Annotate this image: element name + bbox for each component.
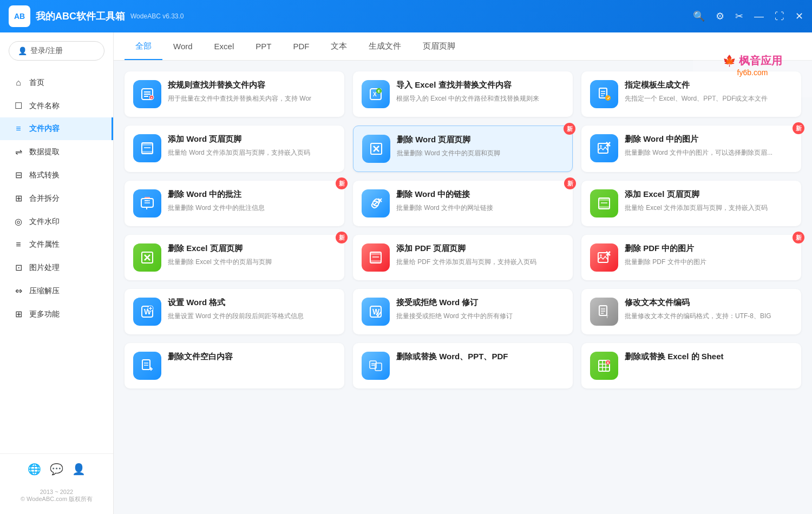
tab-text[interactable]: 文本 [320, 34, 358, 60]
card-modify-text-encoding[interactable]: T 修改文本文件编码 批量修改文本文件的编码格式，支持：UTF-8、BIG [581, 289, 801, 334]
card-desc: 批量删除 Word 文件中的批注信息 [168, 203, 336, 213]
card-delete-excel-header[interactable]: 删除 Excel 页眉页脚 批量删除 Excel 文件中的页眉与页脚 新 [125, 235, 344, 280]
search-icon[interactable]: 🔍 [693, 10, 705, 22]
sidebar-item-watermark-label: 文件水印 [29, 217, 60, 227]
card-body: 接受或拒绝 Word 修订 批量接受或拒绝 Word 文件中的所有修订 [396, 298, 564, 321]
card-title: 接受或拒绝 Word 修订 [396, 298, 564, 308]
tab-word[interactable]: Word [162, 34, 204, 60]
home-icon: ⌂ [13, 78, 24, 88]
card-body: 指定模板生成文件 先指定一个 Excel、Word、PPT、PDF或文本文件 [625, 80, 793, 103]
sidebar-item-filename-label: 文件名称 [29, 101, 60, 111]
sidebar-item-more[interactable]: ⊞ 更多功能 [0, 302, 113, 326]
settings-icon[interactable]: ⚙ [716, 10, 724, 22]
card-body: 删除 Word 中的批注 批量删除 Word 文件中的批注信息 [168, 189, 336, 213]
compress-icon: ⇔ [13, 286, 24, 296]
card-title: 删除 PDF 中的图片 [625, 243, 793, 254]
tab-ppt[interactable]: PPT [245, 34, 282, 60]
sidebar-item-imgprocess[interactable]: ⊡ 图片处理 [0, 256, 113, 279]
tab-excel[interactable]: Excel [204, 34, 245, 60]
scissors-icon[interactable]: ✂ [735, 10, 743, 22]
sidebar-item-fileprops[interactable]: ≡ 文件属性 [0, 233, 113, 256]
badge-new: 新 [564, 177, 576, 189]
card-body: 按规则查找并替换文件内容 用于批量在文件中查找并替换相关内容，支持 Wor [168, 80, 336, 103]
user-profile-icon[interactable]: 👤 [72, 463, 86, 476]
card-delete-word-link[interactable]: 删除 Word 中的链接 批量删除 Word 文件中的网址链接 新 [353, 181, 573, 226]
card-title: 添加 PDF 页眉页脚 [396, 243, 564, 254]
sidebar-item-filecontent[interactable]: ≡ 文件内容 [0, 117, 113, 140]
app-body: 👤 登录/注册 ⌂ 首页 ☐ 文件名称 ≡ 文件内容 ⇌ 数据提取 ⊟ 格式转换… [0, 32, 812, 514]
card-icon: W [133, 298, 161, 326]
content-icon: ≡ [13, 124, 24, 134]
titlebar: AB 我的ABC软件工具箱 WodeABC v6.33.0 🔍 ⚙ ✂ — ⛶ … [0, 0, 812, 32]
card-import-excel-find[interactable]: X E 导入 Excel 查找并替换文件内容 根据导入的 Excel 中的文件路… [353, 71, 573, 117]
copyright-year: 2013 ~ 2022 [0, 489, 113, 495]
sidebar-copyright: 2013 ~ 2022 © WodeABC.com 版权所有 [0, 484, 113, 505]
sidebar-item-watermark[interactable]: ◎ 文件水印 [0, 210, 113, 233]
card-delete-word-header[interactable]: 删除 Word 页眉页脚 批量删除 Word 文件中的页眉和页脚 新 [353, 126, 573, 172]
card-set-word-format[interactable]: W 设置 Word 格式 批量设置 Word 文件的段前段后间距等格式信息 [125, 289, 344, 334]
card-add-word-header[interactable]: 添加 Word 页眉页脚 批量给 Word 文件添加页眉与页脚，支持嵌入页码 [125, 126, 344, 172]
card-add-pdf-header[interactable]: 添加 PDF 页眉页脚 批量给 PDF 文件添加页眉与页脚，支持嵌入页码 [353, 235, 573, 280]
more-icon: ⊞ [13, 309, 24, 319]
card-icon: W [362, 298, 390, 326]
tab-pdf[interactable]: PDF [282, 34, 320, 60]
card-body: 删除文件空白内容 [168, 352, 336, 365]
card-body: 删除或替换 Excel 的 Sheet [625, 352, 793, 365]
card-body: 删除 PDF 中的图片 批量删除 PDF 文件中的图片 [625, 243, 793, 267]
card-add-excel-header[interactable]: 添加 Excel 页眉页脚 批量给 Excel 文件添加页眉与页脚，支持嵌入页码 [581, 181, 801, 226]
maximize-button[interactable]: ⛶ [775, 11, 784, 22]
props-icon: ≡ [13, 240, 24, 249]
watermark-icon: ◎ [13, 216, 24, 227]
app-version: WodeABC v6.33.0 [130, 12, 184, 20]
card-delete-replace-excel-sheet[interactable]: X 删除或替换 Excel 的 Sheet [581, 343, 801, 388]
card-desc: 批量给 PDF 文件添加页眉与页脚，支持嵌入页码 [396, 257, 564, 267]
tab-genfile[interactable]: 生成文件 [358, 34, 412, 60]
card-delete-replace-word-ppt-pdf[interactable]: 删除或替换 Word、PPT、PDF [353, 343, 573, 388]
card-grid: × 按规则查找并替换文件内容 用于批量在文件中查找并替换相关内容，支持 Wor … [114, 61, 812, 514]
tab-bar: 全部 Word Excel PPT PDF 文本 生成文件 页眉页脚 [114, 32, 812, 61]
card-icon: ✓ [590, 80, 618, 108]
card-template-gen[interactable]: ✓ 指定模板生成文件 先指定一个 Excel、Word、PPT、PDF或文本文件 [581, 71, 801, 117]
sidebar-item-dataextract-label: 数据提取 [29, 147, 60, 157]
browser-icon[interactable]: 🌐 [28, 463, 41, 476]
card-icon: X E [362, 80, 390, 108]
card-icon [133, 189, 161, 218]
card-body: 删除 Word 中的图片 批量删除 Word 文件中的图片，可以选择删除页眉..… [625, 134, 793, 157]
card-title: 删除 Word 中的图片 [625, 134, 793, 144]
card-delete-word-comment[interactable]: 删除 Word 中的批注 批量删除 Word 文件中的批注信息 新 [125, 181, 344, 226]
login-button[interactable]: 👤 登录/注册 [9, 41, 104, 61]
card-accept-word-revision[interactable]: W 接受或拒绝 Word 修订 批量接受或拒绝 Word 文件中的所有修订 [353, 289, 573, 334]
sidebar-item-compress[interactable]: ⇔ 压缩解压 [0, 279, 113, 302]
tab-all[interactable]: 全部 [125, 34, 162, 60]
card-title: 修改文本文件编码 [625, 298, 793, 308]
card-icon [590, 243, 618, 272]
card-body: 删除 Word 中的链接 批量删除 Word 文件中的网址链接 [396, 189, 564, 213]
card-delete-word-image[interactable]: 删除 Word 中的图片 批量删除 Word 文件中的图片，可以选择删除页眉..… [581, 126, 801, 172]
card-icon: X [590, 352, 618, 380]
sidebar-item-home[interactable]: ⌂ 首页 [0, 71, 113, 94]
chat-icon[interactable]: 💬 [50, 463, 63, 476]
svg-text:X: X [607, 361, 610, 365]
sidebar-item-formatconv[interactable]: ⊟ 格式转换 [0, 163, 113, 187]
minimize-button[interactable]: — [754, 11, 764, 22]
merge-icon: ⊞ [13, 193, 24, 203]
card-body: 删除 Word 页眉页脚 批量删除 Word 文件中的页眉和页脚 [397, 135, 564, 158]
sidebar-item-filename[interactable]: ☐ 文件名称 [0, 94, 113, 117]
badge-new: 新 [793, 122, 804, 134]
sidebar-item-imgprocess-label: 图片处理 [29, 263, 60, 273]
card-find-replace-rules[interactable]: × 按规则查找并替换文件内容 用于批量在文件中查找并替换相关内容，支持 Wor [125, 71, 344, 117]
card-desc: 批量删除 Word 文件中的页眉和页脚 [397, 148, 564, 158]
card-delete-file-blank[interactable]: 删除文件空白内容 [125, 343, 344, 388]
badge-new: 新 [793, 232, 804, 243]
card-icon [362, 135, 390, 163]
svg-text:T: T [606, 314, 608, 319]
sidebar-item-mergesplit[interactable]: ⊞ 合并拆分 [0, 187, 113, 210]
copyright-text: © WodeABC.com 版权所有 [0, 495, 113, 503]
close-button[interactable]: ✕ [795, 10, 803, 22]
sidebar-item-dataextract[interactable]: ⇌ 数据提取 [0, 140, 113, 163]
tab-headerfoot[interactable]: 页眉页脚 [412, 34, 466, 60]
card-icon [133, 134, 161, 162]
card-delete-pdf-image[interactable]: 删除 PDF 中的图片 批量删除 PDF 文件中的图片 新 [581, 235, 801, 280]
svg-point-48 [600, 254, 602, 256]
card-desc: 用于批量在文件中查找并替换相关内容，支持 Wor [168, 94, 336, 103]
